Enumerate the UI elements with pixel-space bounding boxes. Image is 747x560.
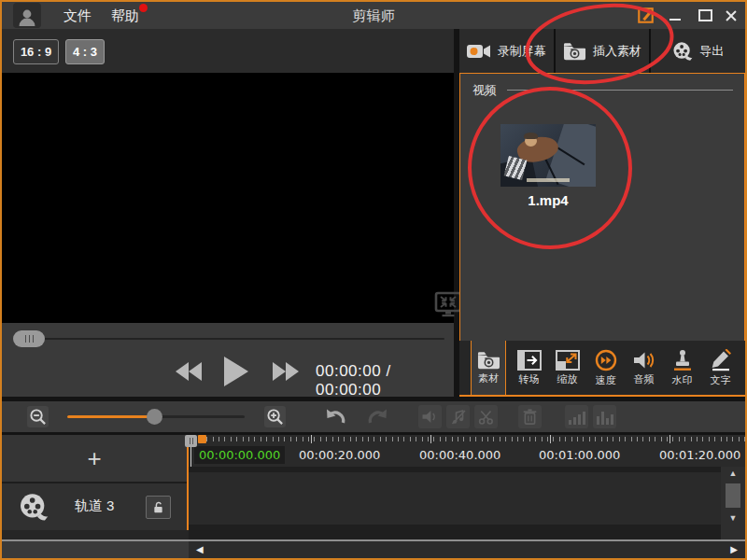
player-timecode: 00:00:00 / 00:00:00 <box>316 362 454 399</box>
undo-button[interactable] <box>323 407 347 427</box>
vertical-scrollbar[interactable]: ▲ ▼ <box>721 467 745 539</box>
player-controls-zone: 00:00:00 / 00:00:00 <box>2 323 454 397</box>
export-button[interactable]: 导出 <box>649 29 745 73</box>
rewind-button[interactable] <box>176 362 202 381</box>
aspect-16-9-button[interactable]: 16 : 9 <box>13 39 59 64</box>
insert-material-button[interactable]: 插入素材 <box>554 29 650 73</box>
fade-in-button[interactable] <box>565 405 588 428</box>
bottom-left-strip <box>2 541 189 558</box>
delete-clip-button[interactable] <box>518 405 542 428</box>
title-bar: 文件 帮助 剪辑师 <box>2 2 745 29</box>
scroll-up-icon[interactable]: ▲ <box>729 467 738 480</box>
record-screen-button[interactable]: 录制屏幕 <box>459 29 554 73</box>
fade-out-button[interactable] <box>593 405 616 428</box>
maximize-icon <box>698 9 712 21</box>
redo-button[interactable] <box>366 407 390 427</box>
zoom-out-button[interactable] <box>27 406 49 427</box>
cut-clip-button[interactable] <box>474 405 498 428</box>
play-button[interactable] <box>224 357 248 386</box>
timeline-zoom-slider-handle[interactable] <box>147 409 162 425</box>
video-filename: 1.mp4 <box>500 192 596 208</box>
tab-watermark[interactable]: 水印 <box>665 341 699 395</box>
window-title: 剪辑师 <box>2 7 745 25</box>
zoom-out-icon <box>29 408 47 426</box>
trash-icon <box>522 408 538 426</box>
tab-transition[interactable]: 转场 <box>512 341 546 395</box>
scissors-icon <box>478 409 495 426</box>
remove-audio-button[interactable] <box>446 405 470 428</box>
media-panel: 视频 1.mp4 素材 <box>459 73 745 397</box>
edit-square-icon <box>638 7 654 23</box>
scale-icon <box>556 350 580 371</box>
scroll-left-icon[interactable]: ◀ <box>196 544 204 554</box>
mute-clip-button[interactable] <box>418 405 442 428</box>
fast-forward-icon <box>273 362 286 381</box>
material-library: 视频 1.mp4 <box>459 73 745 341</box>
playhead-line <box>190 447 191 467</box>
timeline-toolbar <box>2 401 745 432</box>
ruler-tick-label: 00:01:00.000 <box>539 448 620 462</box>
current-timecode: 00:00:00.000 <box>194 446 285 464</box>
top-action-bar: 录制屏幕 插入素材 导出 <box>459 29 745 73</box>
film-reel-icon <box>672 41 693 61</box>
ruler-tick-label: 00:00:20.000 <box>299 448 380 462</box>
transition-icon <box>517 350 542 371</box>
horizontal-scrollbar[interactable]: ◀ ▶ <box>189 541 745 558</box>
panel-filler <box>2 530 189 539</box>
feedback-button[interactable] <box>636 7 655 23</box>
video-preview <box>2 73 454 323</box>
folder-camera-icon <box>477 351 500 370</box>
playhead-flag[interactable] <box>198 435 206 443</box>
minimize-button[interactable] <box>666 7 684 23</box>
seek-handle[interactable] <box>13 330 45 347</box>
tab-speed[interactable]: 速度 <box>588 341 623 395</box>
timeline-zoom-slider-fill <box>67 415 154 418</box>
undo-icon <box>324 408 346 427</box>
add-track-button[interactable]: + <box>2 435 187 483</box>
unlock-icon <box>151 500 165 514</box>
vertical-scroll-thumb[interactable] <box>726 483 740 508</box>
tab-material[interactable]: 素材 <box>471 341 506 395</box>
ruler-tick-label: 00:00:40.000 <box>419 448 500 462</box>
track-row[interactable]: 轨道 3 <box>2 483 187 530</box>
volume-icon <box>421 409 440 425</box>
track-header-panel: + 轨道 3 <box>2 435 189 530</box>
speed-icon <box>595 349 617 371</box>
music-note-slash-icon <box>450 409 467 426</box>
close-button[interactable] <box>722 7 740 23</box>
aspect-ratio-bar: 16 : 9 4 : 3 <box>2 29 454 73</box>
pencil-icon <box>711 349 731 371</box>
folder-camera-icon <box>563 42 586 61</box>
playhead-handle[interactable] <box>185 435 197 447</box>
timeline-ruler[interactable]: 00:00:00.000 00:00:20.000 00:00:40.000 0… <box>189 435 745 467</box>
track-lane <box>189 472 721 525</box>
ruler-ticks <box>189 437 745 441</box>
video-thumbnail[interactable] <box>500 124 596 187</box>
bars-mixed-icon <box>597 410 613 425</box>
aspect-4-3-button[interactable]: 4 : 3 <box>65 39 105 64</box>
scroll-down-icon[interactable]: ▼ <box>729 511 738 525</box>
close-icon <box>725 9 738 22</box>
media-tab-bar: 素材 转场 缩放 <box>459 341 745 397</box>
speaker-icon <box>632 350 656 371</box>
camera-record-icon <box>467 43 491 60</box>
zoom-in-icon <box>266 408 284 426</box>
zoom-in-button[interactable] <box>264 406 286 427</box>
video-section-header: 视频 <box>472 82 497 99</box>
tab-audio[interactable]: 音频 <box>627 341 661 395</box>
minimize-icon <box>669 19 681 21</box>
tab-text[interactable]: 文字 <box>703 341 738 395</box>
section-divider <box>507 90 733 91</box>
video-editor-window: 文件 帮助 剪辑师 16 : 9 4 : 3 录制屏幕 <box>0 0 747 560</box>
track-lock-button[interactable] <box>146 496 171 519</box>
fast-forward-button[interactable] <box>273 362 299 381</box>
stamp-icon <box>672 349 693 371</box>
ruler-tick-label: 00:01:20.000 <box>659 448 740 462</box>
scroll-right-icon[interactable]: ▶ <box>730 544 738 554</box>
timeline-lanes <box>189 467 721 539</box>
seek-track[interactable] <box>13 338 444 340</box>
tab-scale[interactable]: 缩放 <box>550 341 585 395</box>
rewind-icon <box>176 362 189 381</box>
bars-ascending-icon <box>569 410 585 425</box>
maximize-button[interactable] <box>696 7 714 23</box>
